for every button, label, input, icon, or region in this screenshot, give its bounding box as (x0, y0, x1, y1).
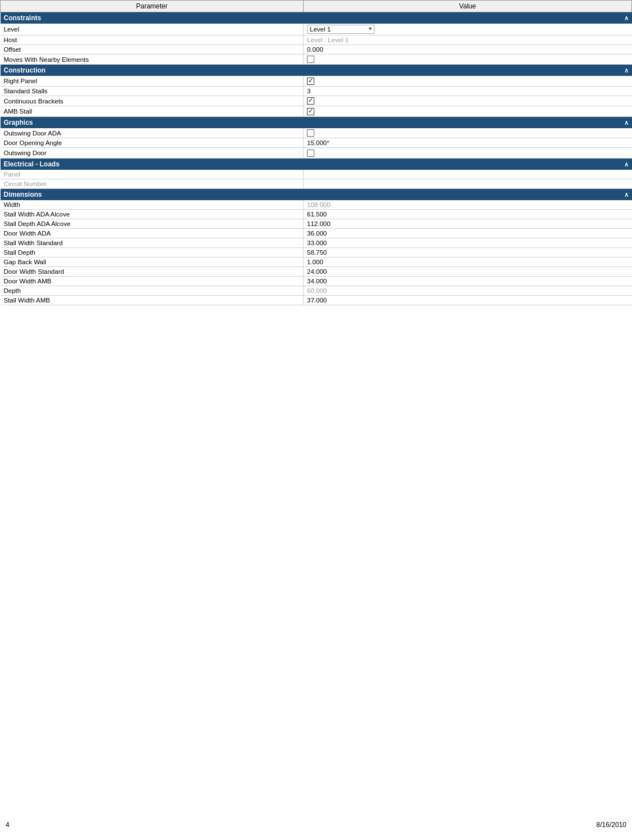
value-cell: 60.000 (304, 286, 632, 295)
table-row: Offset 0.000 (1, 45, 632, 55)
table-row: Gap Back Wall 1.000 (1, 257, 632, 267)
checkbox-checked[interactable] (307, 108, 314, 115)
param-name: Stall Depth ADA Alcove (1, 219, 304, 228)
param-name: Depth (1, 286, 304, 295)
table-row: Outswing Door (1, 148, 632, 158)
param-name: Panel (1, 170, 304, 179)
table-row: Stall Width ADA Alcove 61.500 (1, 209, 632, 219)
section-header-construction: Construction ∧ (1, 65, 632, 76)
value-cell (304, 96, 632, 106)
value-cell (304, 170, 632, 179)
checkbox-unchecked[interactable] (307, 56, 314, 63)
param-name: Stall Depth (1, 247, 304, 257)
value-text: 15.000° (307, 139, 329, 146)
table-row: AMB Stall (1, 106, 632, 116)
value-text: 112.000 (307, 220, 331, 227)
table-row: Host Level : Level 1 (1, 35, 632, 45)
section-title: Construction (1, 65, 304, 76)
value-text: 0.000 (307, 46, 323, 53)
checkbox-unchecked[interactable] (307, 129, 314, 137)
value-cell (304, 106, 632, 116)
date: 8/16/2010 (597, 821, 626, 829)
value-cell: 15.000° (304, 138, 632, 148)
value-cell: 58.750 (304, 247, 632, 257)
value-text: Level : Level 1 (307, 37, 349, 43)
param-name: Right Panel (1, 76, 304, 86)
value-cell: 24.000 (304, 267, 632, 276)
table-row: Circuit Number (1, 179, 632, 188)
section-collapse[interactable]: ∧ (304, 65, 632, 76)
value-header: Value (304, 1, 632, 12)
page-number: 4 (6, 821, 10, 829)
param-name: Level (1, 24, 304, 35)
value-cell: 112.000 (304, 219, 632, 228)
section-collapse[interactable]: ∧ (304, 158, 632, 170)
table-row: Continuous Brackets (1, 96, 632, 106)
param-name: Standard Stalls (1, 86, 304, 96)
value-text: 34.000 (307, 278, 327, 284)
value-text: 108.000 (307, 201, 331, 208)
param-name: Continuous Brackets (1, 96, 304, 106)
value-cell: 61.500 (304, 209, 632, 219)
level-select[interactable]: Level 1 (307, 25, 374, 34)
section-header-dimensions: Dimensions ∧ (1, 188, 632, 200)
param-name: Door Width AMB (1, 276, 304, 286)
table-row: Standard Stalls 3 (1, 86, 632, 96)
value-cell (304, 179, 632, 188)
table-row: Stall Width Standard 33.000 (1, 238, 632, 247)
table-row: Door Width ADA 36.000 (1, 228, 632, 238)
checkbox-checked[interactable] (307, 78, 314, 85)
param-name: Gap Back Wall (1, 257, 304, 267)
param-name: Door Width Standard (1, 267, 304, 276)
table-row: Depth 60.000 (1, 286, 632, 295)
param-name: Host (1, 35, 304, 45)
checkbox-checked[interactable] (307, 97, 314, 105)
param-name: Moves With Nearby Elements (1, 55, 304, 65)
param-header: Parameter (1, 1, 304, 12)
param-name: Door Width ADA (1, 228, 304, 238)
value-text: 60.000 (307, 287, 327, 294)
value-cell: 0.000 (304, 45, 632, 55)
section-title: Dimensions (1, 188, 304, 200)
value-cell: 34.000 (304, 276, 632, 286)
param-name: Circuit Number (1, 179, 304, 188)
param-name: AMB Stall (1, 106, 304, 116)
properties-table: Parameter Value Constraints ∧ Level Leve… (0, 0, 632, 305)
value-cell: 36.000 (304, 228, 632, 238)
section-collapse[interactable]: ∧ (304, 12, 632, 24)
value-cell: 1.000 (304, 257, 632, 267)
table-row: Stall Depth 58.750 (1, 247, 632, 257)
value-cell (304, 148, 632, 158)
param-name: Width (1, 200, 304, 210)
param-name: Stall Width Standard (1, 238, 304, 247)
value-text: 33.000 (307, 240, 327, 246)
table-row: Level Level 1 (1, 24, 632, 35)
section-title: Electrical - Loads (1, 158, 304, 170)
section-header-constraints: Constraints ∧ (1, 12, 632, 24)
value-text: 61.500 (307, 211, 327, 218)
table-row: Panel (1, 170, 632, 179)
value-cell (304, 55, 632, 65)
section-header-graphics: Graphics ∧ (1, 116, 632, 128)
table-row: Door Width Standard 24.000 (1, 267, 632, 276)
value-cell: 108.000 (304, 200, 632, 210)
table-row: Right Panel (1, 76, 632, 86)
section-collapse[interactable]: ∧ (304, 188, 632, 200)
param-name: Offset (1, 45, 304, 55)
param-name: Outswing Door (1, 148, 304, 158)
table-row: Width 108.000 (1, 200, 632, 210)
value-text: 1.000 (307, 259, 323, 265)
section-collapse[interactable]: ∧ (304, 116, 632, 128)
section-header-electrical-loads: Electrical - Loads ∧ (1, 158, 632, 170)
checkbox-unchecked[interactable] (307, 150, 314, 157)
param-name: Outswing Door ADA (1, 128, 304, 138)
value-text: 36.000 (307, 230, 327, 237)
value-cell: 37.000 (304, 295, 632, 305)
footer: 4 8/16/2010 (6, 821, 626, 829)
value-text: 24.000 (307, 268, 327, 275)
param-name: Door Opening Angle (1, 138, 304, 148)
value-cell: 3 (304, 86, 632, 96)
value-text: 37.000 (307, 297, 327, 304)
table-row: Stall Depth ADA Alcove 112.000 (1, 219, 632, 228)
table-row: Outswing Door ADA (1, 128, 632, 138)
